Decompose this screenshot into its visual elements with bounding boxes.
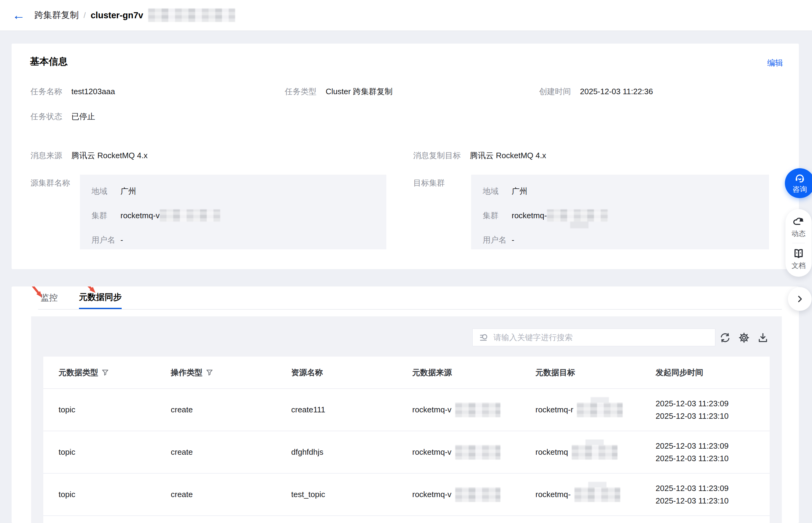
column-header-metadata-target: 元数据目标	[520, 367, 640, 378]
download-button[interactable]	[756, 330, 770, 345]
redacted-text	[455, 487, 500, 502]
cell-sync-time: 2025-12-03 11:23:09 2025-12-03 11:23:10	[640, 482, 770, 507]
search-box	[472, 328, 715, 346]
username-value: -	[512, 234, 514, 246]
news-button[interactable]: 动态	[792, 215, 806, 238]
metadata-sync-table: 元数据类型 操作类型 资源名称 元数据来源 元数据目标 发起同步时间 topic…	[43, 357, 770, 523]
cluster-label: 集群	[91, 210, 121, 221]
task-status-label: 任务状态	[31, 111, 62, 122]
column-header-metadata-source: 元数据来源	[397, 367, 520, 378]
redacted-text	[572, 445, 617, 459]
docs-button[interactable]: 文档	[792, 248, 806, 270]
task-type-value: Cluster 跨集群复制	[326, 86, 393, 96]
region-label: 地域	[91, 185, 121, 197]
target-cluster-label: 目标集群	[413, 178, 445, 188]
region-value: 广州	[512, 185, 528, 197]
panel-divider	[792, 243, 805, 243]
task-type-label: 任务类型	[285, 86, 317, 96]
consult-label: 咨询	[793, 184, 807, 194]
refresh-icon	[719, 332, 731, 343]
tab-bar: 监控 元数据同步	[38, 287, 782, 310]
cell-resource: dfghfdhjs	[276, 447, 397, 457]
breadcrumb: 跨集群复制 / cluster-gn7v	[34, 0, 235, 31]
basic-info-card: 基本信息 编辑 任务名称 test1203aaa 任务类型 Cluster 跨集…	[12, 43, 799, 269]
redacted-cluster-id	[148, 8, 235, 22]
field-task-type: 任务类型 Cluster 跨集群复制	[285, 86, 393, 96]
table-row: topic create test_topic rocketmq-v rocke…	[43, 473, 770, 516]
target-cluster-box: 地域 广州 集群 rocketmq- 用户名 -	[471, 175, 769, 249]
cell-resource: test_topic	[276, 490, 397, 499]
cell-metadata-type: topic	[43, 447, 156, 457]
source-region-row: 地域 广州	[91, 185, 386, 197]
task-status-value: 已停止	[71, 111, 95, 122]
gear-icon	[738, 332, 750, 343]
filter-funnel-icon[interactable]	[206, 369, 213, 376]
region-label: 地域	[483, 185, 512, 197]
field-task-status: 任务状态 已停止	[31, 111, 95, 122]
top-bar: ← 跨集群复制 / cluster-gn7v	[0, 0, 812, 31]
cell-source: rocketmq-v	[397, 403, 520, 417]
download-icon	[757, 332, 769, 343]
breadcrumb-section[interactable]: 跨集群复制	[34, 9, 79, 21]
cell-operation: create	[156, 447, 276, 457]
cell-target: rocketmq-	[520, 487, 640, 502]
cluster-value: rocketmq-v	[121, 210, 160, 221]
table-header-row: 元数据类型 操作类型 资源名称 元数据来源 元数据目标 发起同步时间	[43, 357, 770, 388]
message-source-label: 消息来源	[31, 150, 62, 161]
table-row: topic create dfghfdhjs rocketmq-v rocket…	[43, 431, 770, 473]
breadcrumb-separator: /	[84, 11, 86, 20]
task-name-label: 任务名称	[31, 86, 62, 96]
cluster-label: 集群	[483, 210, 512, 221]
username-label: 用户名	[91, 234, 121, 246]
target-cluster-row: 集群 rocketmq-	[483, 210, 769, 221]
source-user-row: 用户名 -	[91, 234, 386, 246]
edit-link[interactable]: 编辑	[767, 58, 783, 68]
redacted-text	[547, 210, 608, 221]
cell-metadata-type: topic	[43, 405, 156, 415]
tab-monitor[interactable]: 监控	[40, 287, 58, 309]
source-cluster-name-label: 源集群名称	[31, 178, 70, 188]
replication-target-label: 消息复制目标	[413, 150, 461, 161]
cell-metadata-type: topic	[43, 490, 156, 499]
settings-button[interactable]	[737, 330, 751, 345]
source-cluster-row: 集群 rocketmq-v	[91, 210, 386, 221]
redacted-text	[455, 403, 500, 417]
cell-sync-time: 2025-12-03 11:23:09 2025-12-03 11:23:10	[640, 397, 770, 422]
created-time-value: 2025-12-03 11:22:36	[580, 86, 653, 96]
redacted-text	[160, 210, 220, 221]
cell-target: rocketmq	[520, 445, 640, 459]
back-arrow-icon[interactable]: ←	[12, 0, 25, 31]
open-book-icon	[793, 248, 805, 260]
filter-search-icon	[479, 332, 489, 343]
redacted-text	[575, 487, 620, 502]
redacted-text	[455, 445, 500, 459]
column-header-operation-type[interactable]: 操作类型	[156, 367, 276, 378]
refresh-button[interactable]	[718, 330, 732, 345]
field-created-time: 创建时间 2025-12-03 11:22:36	[539, 86, 653, 96]
column-header-resource-name: 资源名称	[276, 367, 397, 378]
source-cluster-box: 地域 广州 集群 rocketmq-v 用户名 -	[80, 175, 386, 249]
column-header-metadata-type[interactable]: 元数据类型	[43, 367, 156, 378]
redacted-text	[577, 403, 623, 417]
breadcrumb-current: cluster-gn7v	[91, 11, 143, 20]
task-name-value: test1203aaa	[71, 86, 115, 96]
column-header-sync-time: 发起同步时间	[640, 367, 770, 378]
filter-funnel-icon[interactable]	[102, 369, 109, 376]
username-value: -	[121, 234, 123, 246]
field-message-source: 消息来源 腾讯云 RocketMQ 4.x	[31, 150, 147, 161]
target-user-row: 用户名 -	[483, 234, 769, 246]
collapse-panel-button[interactable]	[788, 287, 812, 311]
username-label: 用户名	[483, 234, 512, 246]
cluster-value: rocketmq-	[512, 210, 547, 221]
field-replication-target: 消息复制目标 腾讯云 RocketMQ 4.x	[413, 150, 546, 161]
consult-bubble[interactable]: 咨询	[785, 168, 812, 198]
message-source-value: 腾讯云 RocketMQ 4.x	[71, 150, 147, 161]
side-quick-panel: 动态 文档	[785, 209, 812, 277]
tab-metadata-sync[interactable]: 元数据同步	[79, 287, 122, 309]
cell-resource: create111	[276, 405, 397, 415]
target-region-row: 地域 广州	[483, 185, 769, 197]
basic-info-title: 基本信息	[30, 55, 68, 68]
search-input[interactable]	[489, 333, 715, 342]
replication-target-value: 腾讯云 RocketMQ 4.x	[470, 150, 546, 161]
table-row-partial	[43, 516, 770, 523]
